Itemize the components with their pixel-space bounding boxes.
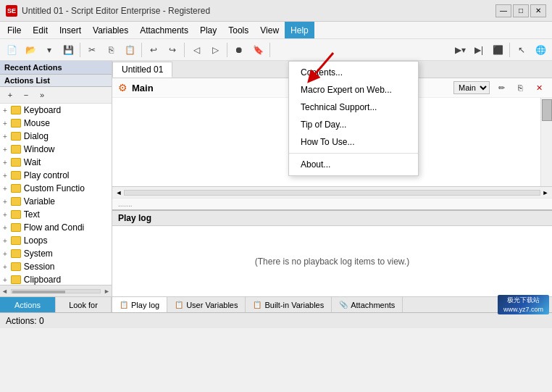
toolbar-run-dropdown[interactable]: ▶▾ bbox=[451, 41, 469, 59]
list-item[interactable]: +Mouse bbox=[0, 117, 112, 130]
list-item[interactable]: +Wait bbox=[0, 156, 112, 169]
toolbar-paste[interactable]: 📋 bbox=[121, 41, 138, 59]
help-tech-support[interactable]: Technical Support... bbox=[289, 99, 418, 116]
list-item[interactable]: +Custom Functio bbox=[0, 182, 112, 195]
minimize-button[interactable]: — bbox=[495, 4, 511, 17]
menu-bar: File Edit Insert Variables Attachments P… bbox=[0, 22, 552, 39]
tab-built-in-variables[interactable]: 📋 Built-in Variables bbox=[246, 297, 332, 312]
scroll-track[interactable] bbox=[11, 289, 101, 293]
scroll-left-icon[interactable]: ◄ bbox=[1, 288, 8, 295]
h-scroll-track[interactable] bbox=[124, 190, 540, 196]
toolbar: 📄 📂 ▾ 💾 ✂ ⎘ 📋 ↩ ↪ ◁ ▷ ⏺ 🔖 ▶▾ ▶| ⬛ ↖ 🌐 bbox=[0, 39, 552, 61]
macro-edit-btn[interactable]: ✏ bbox=[494, 81, 509, 94]
list-item[interactable]: +Dialog bbox=[0, 130, 112, 143]
macro-copy-btn[interactable]: ⎘ bbox=[513, 81, 527, 94]
help-contents[interactable]: Contents... bbox=[289, 64, 418, 81]
list-item[interactable]: +Clipboard bbox=[0, 273, 112, 285]
tab-user-variables[interactable]: 📋 User Variables bbox=[167, 297, 246, 312]
folder-icon bbox=[11, 171, 21, 180]
macro-run-icon: ⚙ bbox=[118, 82, 127, 93]
title-bar-left: SE Untitled 01 - Script Editor Enterpris… bbox=[6, 5, 210, 17]
toolbar-open[interactable]: 📂 bbox=[22, 41, 39, 59]
toolbar-sep-1 bbox=[80, 43, 80, 57]
status-actions: Actions: 0 bbox=[6, 316, 44, 326]
list-item[interactable]: +Play control bbox=[0, 169, 112, 182]
actions-toolbar: + − » bbox=[0, 87, 112, 104]
help-dropdown: Contents... Macro Expert on Web... Techn… bbox=[288, 61, 419, 176]
horizontal-scrollbar: ◄ ► bbox=[112, 186, 552, 198]
help-about[interactable]: About... bbox=[289, 156, 418, 173]
toolbar-save[interactable]: 💾 bbox=[59, 41, 77, 59]
toolbar-copy[interactable]: ⎘ bbox=[102, 41, 120, 59]
menu-variables[interactable]: Variables bbox=[87, 22, 134, 38]
menu-insert[interactable]: Insert bbox=[54, 22, 87, 38]
toolbar-browser[interactable]: 🌐 bbox=[532, 41, 549, 59]
toolbar-redo[interactable]: ↪ bbox=[164, 41, 181, 59]
tab-play-log[interactable]: 📋 Play log bbox=[112, 297, 167, 312]
toolbar-record[interactable]: ⏺ bbox=[230, 41, 248, 59]
toolbar-sep-2 bbox=[141, 43, 142, 57]
folder-icon bbox=[11, 119, 21, 128]
list-item[interactable]: +Keyboard bbox=[0, 104, 112, 117]
help-macro-expert[interactable]: Macro Expert on Web... bbox=[289, 81, 418, 99]
toolbar-new[interactable]: 📄 bbox=[3, 41, 20, 59]
bottom-tabs: 📋 Play log 📋 User Variables 📋 Built-in V… bbox=[112, 296, 552, 312]
menu-play[interactable]: Play bbox=[194, 22, 222, 38]
attachments-tab-icon: 📎 bbox=[339, 301, 348, 309]
window-controls: — □ ✕ bbox=[495, 4, 546, 17]
menu-help[interactable]: Help bbox=[285, 22, 314, 38]
h-scroll-left[interactable]: ◄ bbox=[114, 189, 124, 196]
toolbar-back[interactable]: ◁ bbox=[188, 41, 205, 59]
folder-icon bbox=[11, 223, 21, 232]
toolbar-stop[interactable]: ⬛ bbox=[489, 41, 506, 59]
toolbar-forward[interactable]: ▷ bbox=[206, 41, 224, 59]
toolbar-open-dropdown[interactable]: ▾ bbox=[41, 41, 58, 59]
editor-tab-untitled[interactable]: Untitled 01 bbox=[112, 62, 172, 78]
close-button[interactable]: ✕ bbox=[530, 4, 546, 17]
tab-attachments[interactable]: 📎 Attachments bbox=[332, 297, 403, 312]
scroll-thumb-vertical bbox=[542, 99, 552, 121]
menu-edit[interactable]: Edit bbox=[27, 22, 54, 38]
vertical-scrollbar[interactable] bbox=[540, 98, 552, 186]
main-container: Recent Actions Actions List + − » +Keybo… bbox=[0, 61, 552, 312]
folder-icon bbox=[11, 262, 21, 271]
maximize-button[interactable]: □ bbox=[513, 4, 529, 17]
folder-icon bbox=[11, 132, 21, 141]
toolbar-cut[interactable]: ✂ bbox=[83, 41, 101, 59]
scroll-right-icon[interactable]: ► bbox=[104, 288, 110, 295]
macro-delete-btn[interactable]: ✕ bbox=[532, 81, 546, 94]
folder-icon bbox=[11, 106, 21, 114]
help-tip-of-day[interactable]: Tip of Day... bbox=[289, 116, 418, 133]
folder-icon bbox=[11, 197, 21, 206]
play-log-section: Play log (There is no playback log items… bbox=[112, 209, 552, 296]
tab-actions[interactable]: Actions bbox=[0, 297, 56, 312]
list-item[interactable]: +Loops bbox=[0, 234, 112, 247]
help-how-to-use[interactable]: How To Use... bbox=[289, 133, 418, 151]
folder-icon bbox=[11, 249, 21, 258]
toolbar-cursor[interactable]: ↖ bbox=[513, 41, 530, 59]
left-panel: Recent Actions Actions List + − » +Keybo… bbox=[0, 61, 112, 312]
toolbar-sep-5 bbox=[269, 43, 270, 57]
menu-view[interactable]: View bbox=[254, 22, 285, 38]
separator-dots: ....... bbox=[112, 198, 552, 209]
list-item[interactable]: +Variable bbox=[0, 195, 112, 208]
menu-attachments[interactable]: Attachments bbox=[134, 22, 194, 38]
list-item[interactable]: +System bbox=[0, 247, 112, 260]
macro-select[interactable]: Main bbox=[453, 81, 490, 94]
folder-icon bbox=[11, 236, 21, 245]
list-item[interactable]: +Flow and Condi bbox=[0, 221, 112, 234]
toolbar-run-all[interactable]: ▶| bbox=[470, 41, 488, 59]
list-item[interactable]: +Text bbox=[0, 208, 112, 221]
actions-collapse[interactable]: − bbox=[19, 88, 33, 101]
list-item[interactable]: +Session bbox=[0, 260, 112, 273]
menu-tools[interactable]: Tools bbox=[222, 22, 254, 38]
actions-more[interactable]: » bbox=[35, 88, 49, 101]
list-item[interactable]: +Window bbox=[0, 143, 112, 156]
h-scroll-right[interactable]: ► bbox=[540, 189, 551, 196]
tab-look-for[interactable]: Look for bbox=[56, 297, 112, 312]
actions-expand[interactable]: + bbox=[3, 88, 17, 101]
menu-file[interactable]: File bbox=[1, 22, 27, 38]
toolbar-bookmark[interactable]: 🔖 bbox=[249, 41, 267, 59]
toolbar-undo[interactable]: ↩ bbox=[145, 41, 162, 59]
left-tabs: Actions Look for bbox=[0, 296, 112, 312]
